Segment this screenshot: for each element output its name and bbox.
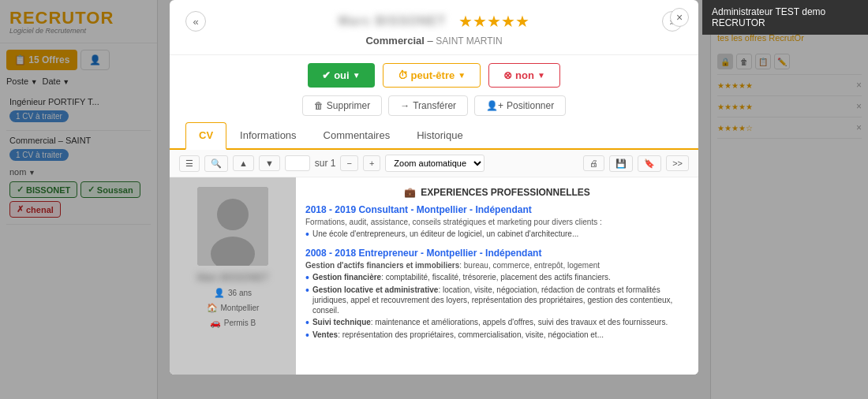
peut-etre-dropdown-arrow: ▼ [458,71,466,80]
cv-job-2: 2008 - 2018 Entrepreneur - Montpellier -… [305,248,689,341]
cv-job-1-bullet-text: Une école d'entrepreneurs, un éditeur de… [312,229,578,239]
bullet-icon-3: • [305,285,309,296]
cv-job-2-bullet-3: • Suivi technique: maintenance et amélio… [305,317,689,328]
cv-job-2-bullet-1: • Gestion financière: comptabilité, fisc… [305,272,689,283]
modal-tabs: CV Informations Commentaires Historique [170,122,698,150]
tab-informations[interactable]: Informations [226,122,310,148]
job-title: Commercial [365,35,424,47]
top-bar: Administrateur TEST demo RECRUTOR [702,0,868,35]
clock-icon: ⏱ [398,69,408,81]
btn-transferer[interactable]: → Transférer [388,95,468,116]
cv-city: 🏠 Montpellier [207,303,260,313]
btn-positionner[interactable]: 👤+ Positionner [474,95,566,116]
arrow-right-icon: → [400,100,410,111]
btn-supprimer[interactable]: 🗑 Supprimer [302,95,382,116]
bullet-icon-4: • [305,317,309,328]
cv-photo [197,187,268,266]
prev-page-btn[interactable]: ▲ [233,155,254,171]
home-icon: 🏠 [207,303,218,313]
btn-oui[interactable]: ✔ oui ▼ [308,63,374,88]
cv-left-column: Marc BISSONET 👤 36 ans 🏠 Montpellier 🚗 P… [170,177,296,375]
cv-age: 👤 36 ans [214,288,252,298]
modal-close-button[interactable]: × [670,8,689,27]
cv-right-column: 💼 EXPERIENCES PROFESSIONNELLES 2018 - 20… [296,177,698,375]
job-location: SAINT MARTIN [436,35,502,47]
bookmark-btn[interactable]: 🔖 [638,155,661,172]
action-buttons: ✔ oui ▼ ⏱ peut-être ▼ ⊗ non ▼ [170,55,698,95]
next-page-btn[interactable]: ▼ [259,155,280,171]
zoom-in-plus-btn[interactable]: + [363,155,380,171]
x-non-icon: ⊗ [503,69,512,81]
trash-secondary-icon: 🗑 [314,100,324,111]
bullet-icon-5: • [305,330,309,341]
cv-job-2-b3-text: Suivi technique: maintenance et améliora… [312,317,668,327]
modal-stars: ★★★★★ [458,12,529,31]
cv-job-2-b1-text: Gestion financière: comptabilité, fiscal… [312,272,611,282]
cv-job-2-subtitle: Gestion d'actifs financiers et immobilie… [305,261,689,270]
oui-dropdown-arrow: ▼ [353,71,361,80]
modal-overlay: « Marc BISSONET ★★★★★ » Commercial – SAI… [0,0,868,399]
check-oui-icon: ✔ [322,69,331,81]
cv-job-2-b4-text: Ventes: représentation des propriétaires… [312,330,604,340]
zoom-select[interactable]: Zoom automatique [385,155,485,172]
person-icon: 👤 [214,288,225,298]
prev-button[interactable]: « [185,11,206,32]
cv-toolbar: ☰ 🔍 ▲ ▼ 1 sur 1 − + Zoom automatique 🖨 💾… [170,150,698,177]
cv-candidate-name: Marc BISSONET [197,272,269,283]
cv-job-1: 2018 - 2019 Consultant - Montpellier - I… [305,204,689,240]
zoom-in-btn[interactable]: 🔍 [204,155,228,172]
tab-historique[interactable]: Historique [403,122,477,148]
cv-content: Marc BISSONET 👤 36 ans 🏠 Montpellier 🚗 P… [170,177,698,375]
page-total: sur 1 [315,158,336,169]
sidebar-toggle-btn[interactable]: ☰ [179,155,200,172]
tab-commentaires[interactable]: Commentaires [310,122,404,148]
cv-section-title: 💼 EXPERIENCES PROFESSIONNELLES [305,187,689,198]
briefcase-icon: 💼 [404,187,416,198]
admin-label: Administrateur TEST demo RECRUTOR [712,6,825,28]
car-icon: 🚗 [210,318,221,328]
print-btn[interactable]: 🖨 [583,155,604,171]
cv-permit: 🚗 Permis B [210,318,256,328]
btn-peut-etre[interactable]: ⏱ peut-être ▼ [383,63,481,88]
modal: « Marc BISSONET ★★★★★ » Commercial – SAI… [170,0,698,375]
cv-job-2-bullet-2: • Gestion locative et administrative: lo… [305,285,689,315]
dash-separator: – [427,35,436,47]
person-plus-icon: 👤+ [486,100,503,111]
candidate-name: Marc BISSONET [339,14,447,28]
bullet-icon-1: • [305,229,309,240]
cv-job-1-title: 2018 - 2019 Consultant - Montpellier - I… [305,204,689,215]
job-title-row: Commercial – SAINT MARTIN [185,35,683,47]
modal-header: « Marc BISSONET ★★★★★ » Commercial – SAI… [170,0,698,55]
more-btn[interactable]: >> [666,155,689,171]
non-dropdown-arrow: ▼ [537,71,545,80]
cv-job-2-bullet-4: • Ventes: représentation des propriétair… [305,330,689,341]
zoom-out-btn[interactable]: − [340,155,357,171]
cv-job-2-title: 2008 - 2018 Entrepreneur - Montpellier -… [305,248,689,259]
candidate-info-center: Marc BISSONET ★★★★★ [206,12,662,31]
name-stars-row: Marc BISSONET ★★★★★ [206,12,662,31]
cv-viewer: ☰ 🔍 ▲ ▼ 1 sur 1 − + Zoom automatique 🖨 💾… [170,150,698,375]
bullet-icon-2: • [305,272,309,283]
svg-point-1 [217,199,249,230]
secondary-buttons: 🗑 Supprimer → Transférer 👤+ Positionner [170,95,698,122]
cv-job-2-b2-text: Gestion locative et administrative: loca… [312,285,689,315]
cv-job-1-desc: Formations, audit, assistance, conseils … [305,218,689,226]
save-btn[interactable]: 💾 [609,155,633,172]
page-number-input[interactable]: 1 [285,155,310,171]
modal-nav: « Marc BISSONET ★★★★★ » [185,11,683,32]
tab-cv[interactable]: CV [185,122,226,150]
candidate-photo-svg [197,187,268,266]
cv-job-1-bullet: • Une école d'entrepreneurs, un éditeur … [305,229,689,240]
btn-non[interactable]: ⊗ non ▼ [488,63,560,88]
